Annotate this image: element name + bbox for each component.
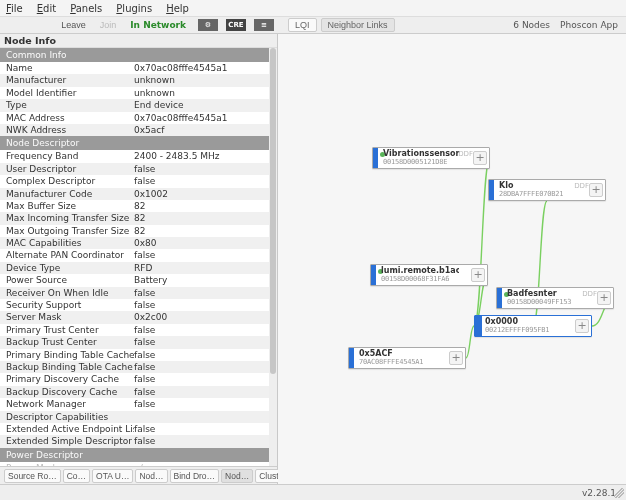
property-value: 0x5acf — [134, 124, 269, 136]
expand-icon[interactable]: + — [575, 319, 589, 333]
property-value: false — [134, 287, 269, 299]
menu-file[interactable]: File — [6, 3, 23, 14]
node-title: 0x0000 — [485, 317, 563, 326]
nodes-count-label: 6 Nodes — [513, 20, 550, 30]
property-row: Primary Binding Table Cachefalse — [0, 349, 269, 361]
leave-button[interactable]: Leave — [57, 18, 90, 32]
node-address: 00212EFFFF095FB1 — [485, 326, 563, 334]
property-key: Primary Trust Center — [0, 324, 134, 336]
property-value: 2400 - 2483.5 MHz — [134, 150, 269, 162]
node-address: 00158D00068F31FA6 — [381, 275, 459, 283]
property-key: Frequency Band — [0, 150, 134, 162]
property-key: Extended Active Endpoint List — [0, 423, 134, 435]
property-row: NWK Address0x5acf — [0, 124, 269, 136]
menu-edit[interactable]: Edit — [37, 3, 56, 14]
graph-node-lumi[interactable]: lumi.remote.b1acn0100158D00068F31FA6+ — [370, 264, 488, 286]
property-key: Model Identifier — [0, 87, 134, 99]
property-value — [134, 411, 269, 423]
expand-icon[interactable]: + — [473, 151, 487, 165]
property-key: Backup Trust Center — [0, 336, 134, 348]
property-key: MAC Capabilities — [0, 237, 134, 249]
property-row: Alternate PAN Coordinatorfalse — [0, 249, 269, 261]
property-key: Max Incoming Transfer Size — [0, 212, 134, 224]
panel-title: Node Info — [0, 34, 277, 48]
property-key: Network Manager — [0, 398, 134, 410]
property-value: false — [134, 349, 269, 361]
menu-help[interactable]: Help — [166, 3, 189, 14]
bottom-tab[interactable]: OTA U… — [92, 469, 133, 483]
property-row: Security Supportfalse — [0, 299, 269, 311]
tab-lqi[interactable]: LQI — [288, 18, 317, 32]
property-row: Manufacturer Code0x1002 — [0, 188, 269, 200]
property-value: false — [134, 249, 269, 261]
property-key: Receiver On When Idle — [0, 287, 134, 299]
property-row: Primary Trust Centerfalse — [0, 324, 269, 336]
ddf-badge: DDF — [574, 182, 589, 190]
property-key: Alternate PAN Coordinator — [0, 249, 134, 261]
bottom-tab[interactable]: Nod… — [135, 469, 167, 483]
graph-node-coord[interactable]: 0x000000212EFFFF095FB1+ — [474, 315, 592, 337]
bottom-tab[interactable]: Nod… — [221, 469, 253, 483]
property-row: Complex Descriptorfalse — [0, 175, 269, 187]
graph-node-vib[interactable]: Vibrationssensor00158D0005121D8EDDF+ — [372, 147, 490, 169]
node-title: Vibrationssensor — [383, 149, 461, 158]
join-button[interactable]: Join — [96, 18, 121, 32]
property-value: false — [134, 423, 269, 435]
property-value: 0x2c00 — [134, 311, 269, 323]
bottom-tab[interactable]: Source Ro… — [4, 469, 61, 483]
property-key: Max Outgoing Transfer Size — [0, 225, 134, 237]
bottom-tab[interactable]: Co… — [63, 469, 90, 483]
bottom-tab[interactable]: Bind Dro… — [170, 469, 220, 483]
property-key: NWK Address — [0, 124, 134, 136]
property-value: 0x1002 — [134, 188, 269, 200]
toolbar: Leave Join In Network ⚙ CRE ≡ LQI Neighb… — [0, 16, 626, 34]
expand-icon[interactable]: + — [597, 291, 611, 305]
property-key: Primary Binding Table Cache — [0, 349, 134, 361]
property-key: Backup Discovery Cache — [0, 386, 134, 398]
property-value: 0x80 — [134, 237, 269, 249]
bottom-tabstrip: Source Ro…Co…OTA U…Nod…Bind Dro…Nod…Clus… — [0, 466, 277, 484]
expand-icon[interactable]: + — [471, 268, 485, 282]
section-header: Common Info — [0, 48, 269, 62]
phoscon-app-link[interactable]: Phoscon App — [560, 20, 618, 30]
ddf-badge: DDF — [582, 290, 597, 298]
network-status-label: In Network — [126, 18, 190, 32]
property-key: Security Support — [0, 299, 134, 311]
node-info-panel: Node Info Common InfoName0x70ac08fffe454… — [0, 34, 278, 484]
property-value: false — [134, 361, 269, 373]
node-title: Badfesnter — [507, 289, 585, 298]
vertical-scrollbar[interactable] — [269, 48, 277, 466]
graph-node-acf[interactable]: 0x5ACF70AC08FFFE4545A1+ — [348, 347, 466, 369]
chip-cre[interactable]: CRE — [226, 19, 246, 31]
expand-icon[interactable]: + — [589, 183, 603, 197]
chip-gear-icon[interactable]: ⚙ — [198, 19, 218, 31]
property-key: Manufacturer — [0, 74, 134, 86]
graph-node-bad[interactable]: Badfesnter00158D00049FF153DDF+ — [496, 287, 614, 309]
property-key: MAC Address — [0, 112, 134, 124]
menu-panels[interactable]: Panels — [70, 3, 102, 14]
property-row: Network Managerfalse — [0, 398, 269, 410]
graph-node-klo[interactable]: Klo28DBA7FFFE070B21DDF+ — [488, 179, 606, 201]
property-key: Manufacturer Code — [0, 188, 134, 200]
network-graph[interactable]: Vibrationssensor00158D0005121D8EDDF+Klo2… — [278, 34, 626, 484]
section-header: Power Descriptor — [0, 448, 269, 462]
menu-plugins[interactable]: Plugins — [116, 3, 152, 14]
property-row: Model Identifierunknown — [0, 87, 269, 99]
property-value: false — [134, 336, 269, 348]
version-label: v2.28.1 — [582, 488, 616, 498]
property-value: 0x70ac08fffe4545a1 — [134, 62, 269, 74]
node-address: 28DBA7FFFE070B21 — [499, 190, 577, 198]
property-value: RFD — [134, 262, 269, 274]
expand-icon[interactable]: + — [449, 351, 463, 365]
property-value: false — [134, 175, 269, 187]
resize-grip-icon[interactable] — [614, 488, 624, 498]
property-row: Receiver On When Idlefalse — [0, 287, 269, 299]
property-key: Descriptor Capabilities — [0, 411, 134, 423]
tab-neighbor-links[interactable]: Neighbor Links — [321, 18, 395, 32]
property-row: TypeEnd device — [0, 99, 269, 111]
chip-menu-icon[interactable]: ≡ — [254, 19, 274, 31]
property-value: 82 — [134, 212, 269, 224]
property-value: false — [134, 398, 269, 410]
property-row: Manufacturerunknown — [0, 74, 269, 86]
property-value: End device — [134, 99, 269, 111]
